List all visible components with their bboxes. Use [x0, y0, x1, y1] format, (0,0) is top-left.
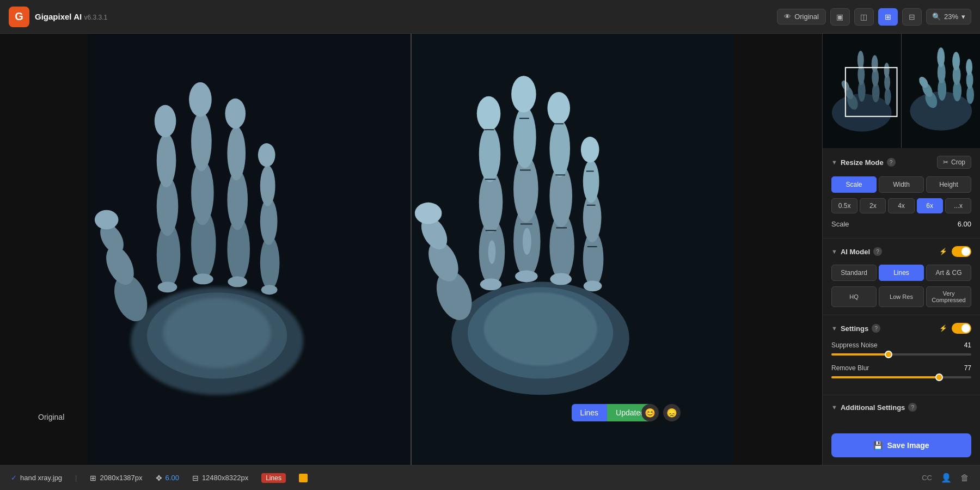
color-indicator	[299, 474, 308, 482]
resize-mode-section: ▼ Resize Mode ? ✂ Crop Scale Width	[823, 148, 980, 238]
svg-point-26	[193, 274, 213, 285]
svg-point-94	[952, 52, 960, 70]
svg-point-68	[523, 228, 531, 255]
view-split-button[interactable]: ◫	[854, 8, 874, 26]
settings-toggle[interactable]	[952, 323, 971, 334]
svg-point-27	[228, 277, 247, 287]
view-compare-button[interactable]: ⊟	[902, 8, 922, 26]
suppress-noise-fill	[831, 353, 889, 356]
settings-arrow[interactable]: ▼	[831, 325, 837, 332]
svg-point-69	[488, 240, 496, 264]
check-icon: ✓	[11, 474, 17, 482]
svg-point-59	[583, 160, 599, 203]
crop-button[interactable]: ✂ Crop	[937, 156, 971, 169]
view-single-button[interactable]: ▣	[830, 8, 850, 26]
additional-title: Additional Settings	[841, 403, 905, 412]
thumbnail-area	[823, 34, 980, 148]
trash-icon[interactable]: 🗑	[960, 473, 969, 483]
settings-title-row: ▼ Settings ?	[831, 324, 880, 333]
settings-section: ▼ Settings ? ⚡ Suppress Noise 41	[823, 315, 980, 395]
crop-icon: ✂	[943, 158, 948, 166]
output-icon: ⊟	[192, 474, 199, 482]
svg-point-91	[937, 47, 945, 67]
ai-help[interactable]: ?	[873, 247, 882, 256]
ai-model-group: Standard Lines Art & CG	[831, 265, 971, 281]
lines-model-button[interactable]: Lines	[879, 265, 924, 281]
low-res-quality-button[interactable]: Low Res	[879, 286, 924, 307]
scale-icon: ✥	[156, 474, 162, 482]
svg-point-67	[584, 280, 602, 291]
standard-model-button[interactable]: Standard	[831, 265, 877, 281]
original-button[interactable]: 👁 Original	[777, 9, 826, 24]
zoom-control[interactable]: 🔍 23% ▾	[926, 9, 971, 24]
scale-value: 6.00	[958, 220, 971, 228]
remove-blur-thumb[interactable]	[935, 373, 943, 381]
save-image-button[interactable]: 💾 Save Image	[831, 433, 971, 457]
statusbar: ✓ hand xray.jpg | ⊞ 2080x1387px ✥ 6.00 ⊟…	[0, 465, 980, 490]
zoom-icon: 🔍	[932, 13, 941, 21]
resize-title: Resize Mode	[841, 158, 884, 167]
art-cg-model-button[interactable]: Art & CG	[926, 265, 971, 281]
suppress-noise-label-row: Suppress Noise 41	[831, 341, 971, 349]
scale-6x-button[interactable]: 6x	[917, 198, 943, 213]
scale-label: Scale	[831, 220, 849, 228]
status-original-size: ⊞ 2080x1387px	[90, 474, 142, 482]
scale-custom-button[interactable]: ...x	[945, 198, 971, 213]
svg-point-15	[191, 112, 212, 171]
svg-point-66	[550, 273, 572, 285]
status-sep1: |	[75, 474, 77, 482]
suppress-noise-thumb[interactable]	[885, 351, 892, 358]
ai-model-section: ▼ AI Model ? ⚡ Standard Lines Art & CG	[823, 238, 980, 315]
resize-arrow[interactable]: ▼	[831, 159, 837, 166]
additional-arrow[interactable]: ▼	[831, 404, 837, 411]
svg-point-38	[479, 126, 501, 182]
svg-point-53	[547, 92, 570, 124]
svg-point-82	[885, 88, 891, 105]
suppress-noise-value: 41	[964, 341, 971, 349]
svg-point-52	[549, 120, 570, 177]
svg-point-23	[260, 166, 275, 206]
status-scale: ✥ 6.00	[156, 474, 179, 482]
resize-icon: ⊞	[90, 474, 96, 482]
thumbnail-image	[823, 34, 980, 148]
very-compressed-quality-button[interactable]: Very Compressed	[926, 286, 971, 307]
height-mode-button[interactable]: Height	[926, 176, 971, 193]
view-grid-button[interactable]: ⊞	[878, 8, 898, 26]
remove-blur-fill	[831, 376, 939, 378]
chevron-down-icon: ▾	[961, 13, 965, 21]
settings-help[interactable]: ?	[872, 324, 880, 333]
svg-point-39	[477, 96, 501, 131]
svg-point-8	[95, 210, 119, 230]
scale-2x-button[interactable]: 2x	[860, 198, 886, 213]
remove-blur-track[interactable]	[831, 376, 971, 378]
scale-mode-button[interactable]: Scale	[831, 176, 877, 193]
hq-quality-button[interactable]: HQ	[831, 286, 877, 307]
user-icon: 👤	[941, 473, 952, 483]
ai-section-header: ▼ AI Model ? ⚡	[831, 246, 971, 257]
main-area: Original Lines Updated 😊 😞	[0, 34, 980, 465]
resize-help[interactable]: ?	[887, 158, 896, 167]
eye-icon: 👁	[784, 13, 791, 21]
topbar-controls: 👁 Original ▣ ◫ ⊞ ⊟ 🔍 23% ▾	[777, 8, 971, 26]
status-color	[299, 474, 308, 482]
app-version: v6.3.3.1	[84, 14, 108, 21]
svg-point-45	[513, 107, 536, 168]
topbar: G Gigapixel AI v6.3.3.1 👁 Original ▣ ◫ ⊞…	[0, 0, 980, 34]
scale-value-row: Scale 6.00	[831, 220, 971, 228]
svg-point-97	[966, 59, 972, 75]
additional-settings-section: ▼ Additional Settings ?	[823, 395, 980, 427]
scale-4x-button[interactable]: 4x	[888, 198, 914, 213]
thumbs-down-button[interactable]: 😞	[663, 404, 681, 421]
remove-blur-row: Remove Blur 77	[831, 364, 971, 378]
additional-help[interactable]: ?	[908, 403, 917, 412]
image-area[interactable]: Original Lines Updated 😊 😞	[0, 34, 822, 465]
thumbs-up-button[interactable]: 😊	[641, 404, 659, 421]
ai-section-right: ⚡	[939, 246, 971, 257]
suppress-noise-track[interactable]	[831, 353, 971, 356]
ai-toggle[interactable]	[952, 246, 971, 257]
svg-point-4	[163, 298, 271, 368]
remove-blur-label: Remove Blur	[831, 364, 869, 372]
width-mode-button[interactable]: Width	[879, 176, 924, 193]
ai-arrow[interactable]: ▼	[831, 248, 837, 255]
scale-0-5x-button[interactable]: 0.5x	[831, 198, 857, 213]
